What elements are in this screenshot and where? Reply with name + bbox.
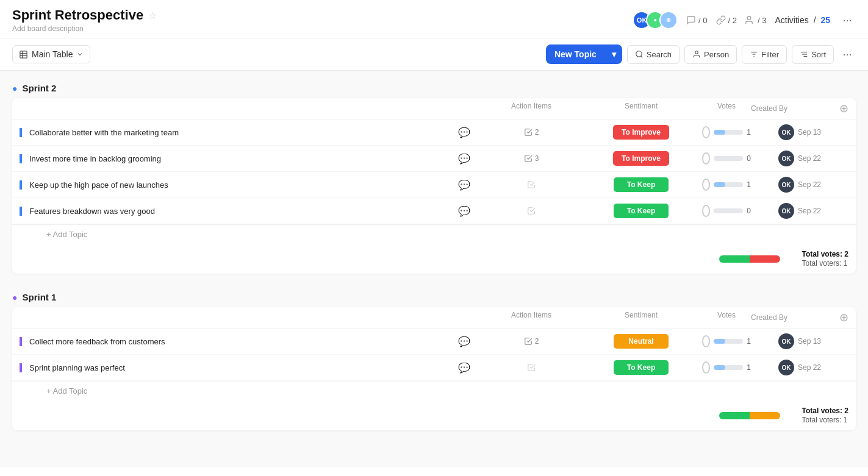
sentiment-badge[interactable]: To Improve bbox=[613, 125, 669, 140]
svg-point-7 bbox=[695, 51, 698, 54]
row-comment: 💬 bbox=[446, 336, 482, 347]
vote-bar bbox=[714, 130, 743, 135]
row-created-by: OK Sep 13 bbox=[751, 333, 848, 349]
link-count: / 2 bbox=[728, 16, 737, 25]
main-table-button[interactable]: Main Table bbox=[12, 45, 90, 63]
vote-circle[interactable] bbox=[702, 179, 710, 191]
summary-bar-area bbox=[719, 412, 780, 419]
group-toggle-sprint1[interactable]: ● bbox=[12, 293, 17, 302]
row-created-by: OK Sep 22 bbox=[751, 203, 848, 219]
col-topic bbox=[37, 102, 446, 115]
group-toggle-sprint2[interactable]: ● bbox=[12, 83, 17, 93]
person-count: / 3 bbox=[758, 16, 766, 25]
header-left: Sprint Retrospective ☆ Add board descrip… bbox=[12, 7, 157, 33]
summary-bar-area bbox=[719, 255, 780, 263]
row-comment: 💬 bbox=[446, 179, 482, 191]
row-action-items[interactable] bbox=[482, 207, 580, 215]
group-title-sprint2: Sprint 2 bbox=[22, 83, 56, 93]
row-comment: 💬 bbox=[446, 153, 482, 165]
comment-icon[interactable]: 💬 bbox=[458, 127, 470, 138]
header-right: OK ● ⊕ / 0 / 2 / 3 Activities / 25 ··· bbox=[633, 11, 856, 29]
created-date: Sep 13 bbox=[798, 128, 821, 137]
row-action-items[interactable]: 2 bbox=[482, 128, 580, 137]
topic-text: Collect more feedback from customers bbox=[29, 337, 165, 346]
row-comment: 💬 bbox=[446, 127, 482, 138]
search-button[interactable]: Search bbox=[627, 45, 680, 64]
row-sentiment[interactable]: To Keep bbox=[580, 204, 702, 218]
activities-button[interactable]: Activities / 25 bbox=[775, 15, 830, 25]
vote-bar-fill bbox=[714, 130, 725, 135]
sentiment-badge[interactable]: To Keep bbox=[614, 360, 669, 375]
comment-icon[interactable]: 💬 bbox=[458, 336, 470, 347]
row-left: Sprint planning was perfect bbox=[20, 363, 446, 372]
col-votes: Votes bbox=[702, 311, 751, 324]
vote-circle[interactable] bbox=[702, 152, 710, 165]
row-topic: Collect more feedback from customers bbox=[20, 337, 446, 346]
vote-count: 1 bbox=[747, 363, 751, 372]
row-action-items[interactable] bbox=[482, 363, 580, 372]
sentiment-badge[interactable]: Neutral bbox=[614, 334, 669, 349]
row-topic: Sprint planning was perfect bbox=[20, 363, 446, 372]
bar-green bbox=[719, 412, 750, 419]
sentiment-badge[interactable]: To Improve bbox=[613, 151, 669, 166]
add-column-button[interactable]: ⊕ bbox=[839, 102, 848, 115]
avatar: OK bbox=[778, 151, 794, 166]
table-row: Collaborate better with the marketing te… bbox=[12, 119, 856, 146]
comment-icon[interactable]: 💬 bbox=[458, 362, 470, 374]
star-icon[interactable]: ☆ bbox=[148, 10, 157, 21]
vote-bar bbox=[714, 182, 743, 187]
row-action-items[interactable]: 2 bbox=[482, 337, 580, 346]
vote-bar bbox=[714, 156, 743, 161]
row-sentiment[interactable]: To Improve bbox=[580, 125, 702, 140]
row-border bbox=[20, 180, 22, 190]
svg-point-0 bbox=[747, 16, 750, 20]
comment-icon[interactable]: 💬 bbox=[458, 179, 470, 191]
row-sentiment[interactable]: To Keep bbox=[580, 177, 702, 192]
col-votes: Votes bbox=[702, 102, 751, 115]
row-left: Invest more time in backlog grooming bbox=[20, 154, 446, 163]
col-sentiment: Sentiment bbox=[580, 102, 702, 115]
new-topic-arrow[interactable]: ▾ bbox=[606, 44, 622, 64]
add-topic-button[interactable]: + Add Topic bbox=[12, 224, 856, 244]
sentiment-badge[interactable]: To Keep bbox=[614, 177, 669, 192]
col-action-items: Action Items bbox=[482, 311, 580, 324]
person-filter-button[interactable]: Person bbox=[684, 45, 737, 64]
board-title: Sprint Retrospective bbox=[12, 7, 143, 23]
total-votes-text: Total votes: 2 bbox=[802, 250, 848, 258]
link-stat: / 2 bbox=[716, 15, 737, 25]
avatar-3[interactable]: ⊕ bbox=[659, 11, 678, 29]
add-column-button[interactable]: ⊕ bbox=[839, 311, 848, 324]
row-action-items[interactable] bbox=[482, 180, 580, 189]
row-sentiment[interactable]: To Improve bbox=[580, 151, 702, 166]
vote-circle[interactable] bbox=[702, 205, 710, 217]
title-row: Sprint Retrospective ☆ bbox=[12, 7, 157, 23]
new-topic-button[interactable]: New Topic ▾ bbox=[546, 44, 622, 64]
vote-circle[interactable] bbox=[702, 361, 710, 374]
vote-bar bbox=[714, 339, 743, 344]
row-action-items[interactable]: 3 bbox=[482, 154, 580, 163]
comment-icon[interactable]: 💬 bbox=[458, 205, 470, 217]
sentiment-badge[interactable]: To Keep bbox=[614, 204, 669, 218]
vote-circle[interactable] bbox=[702, 335, 710, 347]
vote-circle[interactable] bbox=[702, 126, 710, 138]
row-sentiment[interactable]: To Keep bbox=[580, 360, 702, 375]
add-topic-button[interactable]: + Add Topic bbox=[12, 381, 856, 400]
comment-icon[interactable]: 💬 bbox=[458, 153, 470, 165]
header-more-button[interactable]: ··· bbox=[839, 12, 856, 29]
group-sprint2: ● Sprint 2 Action Items Sentiment Votes … bbox=[12, 83, 856, 274]
toolbar-more-button[interactable]: ··· bbox=[839, 46, 856, 63]
bar-yellow bbox=[750, 412, 780, 419]
topic-text: Invest more time in backlog grooming bbox=[29, 154, 161, 163]
group-header-sprint1: ● Sprint 1 bbox=[12, 292, 856, 302]
topic-text: Keep up the high pace of new launches bbox=[29, 180, 168, 190]
avatar: OK bbox=[778, 333, 794, 349]
board-description[interactable]: Add board description bbox=[12, 24, 157, 33]
row-topic: Collaborate better with the marketing te… bbox=[20, 128, 446, 137]
row-border bbox=[20, 207, 22, 216]
sort-button[interactable]: Sort bbox=[792, 45, 834, 64]
filter-button[interactable]: Filter bbox=[742, 45, 787, 64]
row-sentiment[interactable]: Neutral bbox=[580, 334, 702, 349]
avatar: OK bbox=[778, 124, 794, 140]
search-icon bbox=[635, 50, 644, 59]
table-icon bbox=[19, 50, 28, 59]
